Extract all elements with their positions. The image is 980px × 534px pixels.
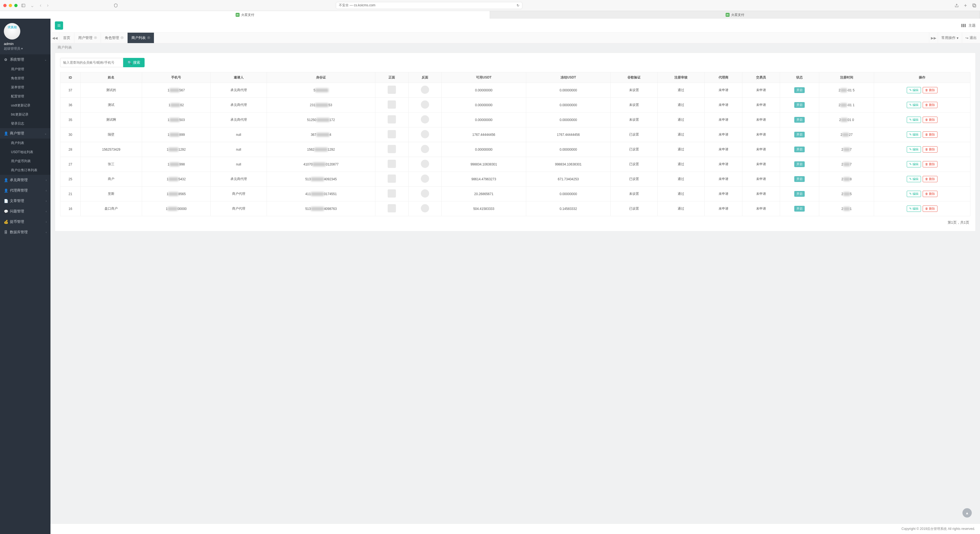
close-icon[interactable]: ⓧ [94,36,97,40]
id-front-thumb[interactable] [388,160,396,168]
delete-button[interactable]: 🗑 删除 [923,116,937,123]
edit-button[interactable]: ✎ 编辑 [907,102,921,108]
sidebar-section-1[interactable]: 👤商户管理⌄ [0,128,51,139]
sidebar-item[interactable]: USDT地址列表 [0,148,51,157]
edit-button[interactable]: ✎ 编辑 [907,191,921,197]
id-back-thumb[interactable] [421,204,429,212]
status-badge[interactable]: 开启 [794,161,805,167]
id-back-thumb[interactable] [421,189,429,198]
page-tab[interactable]: 商户列表ⓧ [127,33,154,43]
edit-button[interactable]: ✎ 编辑 [907,176,921,182]
reload-icon[interactable]: ↻ [517,3,519,7]
sidebar-item[interactable]: 登录日志 [0,119,51,128]
delete-button[interactable]: 🗑 删除 [923,87,937,93]
page-tab-home[interactable]: 首页 [59,33,74,43]
edit-button[interactable]: ✎ 编辑 [907,161,921,167]
delete-button[interactable]: 🗑 删除 [923,206,937,212]
page-tab[interactable]: 角色管理ⓧ [101,33,127,43]
page-tab[interactable]: 用户管理ⓧ [74,33,101,43]
tabs-scroll-left[interactable]: ◀◀ [51,33,59,43]
delete-button[interactable]: 🗑 删除 [923,102,937,108]
sidebar-section-3[interactable]: 👤代理商管理‹ [0,185,51,196]
tabs-overview-icon[interactable] [972,3,977,8]
common-ops-dropdown[interactable]: 常用操作▾ [938,33,962,43]
hamburger-button[interactable] [55,21,63,30]
edit-button[interactable]: ✎ 编辑 [907,206,921,212]
chevron-down-icon[interactable]: ⌄ [29,2,35,8]
search-input[interactable] [60,58,123,67]
sidebar-item[interactable]: 角色管理 [0,74,51,83]
sidebar-section-0[interactable]: ⚙系统管理⌄ [0,54,51,65]
sidebar-item[interactable]: 商户出售订单列表 [0,166,51,175]
favicon: H [725,13,730,17]
close-window[interactable] [3,4,6,7]
id-back-thumb[interactable] [421,130,429,138]
id-front-thumb[interactable] [388,204,396,212]
search-button[interactable]: 🔍 搜索 [123,58,145,67]
delete-button[interactable]: 🗑 删除 [923,146,937,153]
edit-button[interactable]: ✎ 编辑 [907,131,921,138]
sidebar-item[interactable]: 商户列表 [0,139,51,148]
delete-button[interactable]: 🗑 删除 [923,161,937,167]
id-back-thumb[interactable] [421,100,429,109]
scroll-top-button[interactable]: ▲ [963,508,972,518]
sidebar-section-6[interactable]: 💰提币管理‹ [0,217,51,227]
edit-button[interactable]: ✎ 编辑 [907,116,921,123]
theme-label[interactable]: 主题 [969,23,975,28]
minimize-window[interactable] [9,4,12,7]
sidebar-item[interactable]: btc更新记录 [0,110,51,119]
edit-button[interactable]: ✎ 编辑 [907,87,921,93]
nav-back-icon[interactable]: ‹ [39,2,43,8]
id-front-thumb[interactable] [388,86,396,94]
sidebar-section-4[interactable]: 📄文章管理‹ [0,196,51,206]
delete-button[interactable]: 🗑 删除 [923,191,937,197]
address-bar[interactable]: 不安全 — cs.koicms.com ↻ [336,2,522,9]
sidebar-section-5[interactable]: 💬问题管理‹ [0,206,51,217]
new-tab-icon[interactable] [963,3,968,8]
id-back-thumb[interactable] [421,145,429,153]
status-badge[interactable]: 开启 [794,87,805,93]
sidebar-section-2[interactable]: 👤承兑商管理‹ [0,175,51,185]
theme-icon[interactable] [961,24,966,27]
id-front-thumb[interactable] [388,100,396,109]
shield-icon[interactable] [113,3,118,8]
share-icon[interactable] [954,3,959,8]
column-header: 邀请人 [210,72,267,83]
status-badge[interactable]: 开启 [794,147,805,152]
sidebar-item[interactable]: usdt更新记录 [0,101,51,110]
status-badge[interactable]: 开启 [794,102,805,108]
close-icon[interactable]: ⓧ [121,36,124,40]
browser-tab-1[interactable]: H火星支付 [0,11,490,19]
id-back-thumb[interactable] [421,86,429,94]
id-back-thumb[interactable] [421,115,429,123]
edit-button[interactable]: ✎ 编辑 [907,146,921,153]
id-back-thumb[interactable] [421,160,429,168]
close-icon[interactable]: ⓧ [147,36,150,40]
id-front-thumb[interactable] [388,115,396,123]
id-front-thumb[interactable] [388,175,396,183]
delete-button[interactable]: 🗑 删除 [923,131,937,138]
profile-role[interactable]: 超级管理员 ▾ [4,46,47,51]
nav-forward-icon[interactable]: › [46,2,50,8]
status-badge[interactable]: 开启 [794,132,805,137]
sidebar-item[interactable]: 配置管理 [0,92,51,101]
id-front-thumb[interactable] [388,145,396,153]
sidebar-item[interactable]: 菜单管理 [0,83,51,92]
status-badge[interactable]: 开启 [794,176,805,182]
status-badge[interactable]: 开启 [794,191,805,197]
tabs-scroll-right[interactable]: ▶▶ [929,33,938,43]
sidebar-item[interactable]: 用户提币列表 [0,157,51,166]
sidebar-item[interactable]: 用户管理 [0,65,51,74]
id-front-thumb[interactable] [388,130,396,138]
delete-button[interactable]: 🗑 删除 [923,176,937,182]
sidebar-section-7[interactable]: 🗄数据库管理‹ [0,227,51,238]
logout-button[interactable]: ↪退出 [962,33,980,43]
status-badge[interactable]: 开启 [794,206,805,212]
status-badge[interactable]: 开启 [794,117,805,123]
id-front-thumb[interactable] [388,189,396,198]
browser-tab-strip: H火星支付 H火星支付 [0,11,980,19]
id-back-thumb[interactable] [421,175,429,183]
browser-tab-2[interactable]: H火星支付 [490,11,980,19]
maximize-window[interactable] [14,4,18,7]
sidebar-toggle-icon[interactable] [21,3,26,8]
